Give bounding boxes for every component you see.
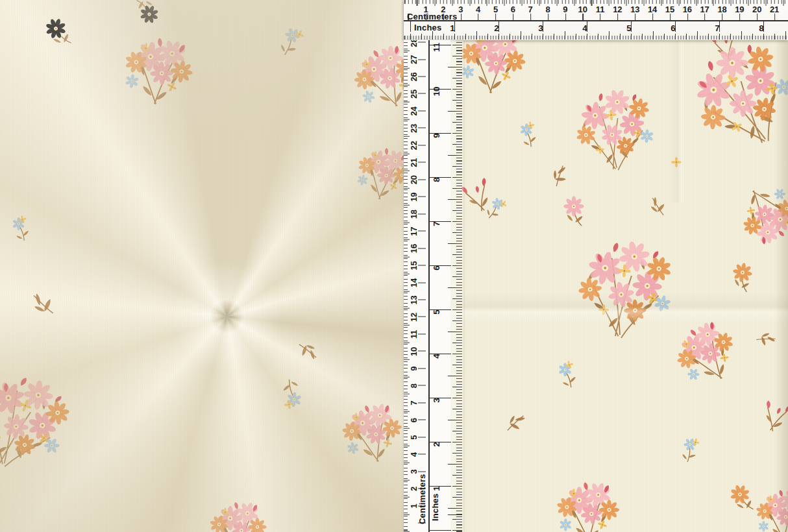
cm-number: 7: [409, 401, 419, 405]
cm-number: 18: [717, 5, 726, 14]
inch-number: 2: [432, 442, 441, 446]
flower-cluster: [570, 83, 658, 175]
cm-number: 4: [476, 5, 480, 14]
cm-number: 16: [409, 244, 419, 253]
flower-cluster: [208, 499, 266, 532]
leaf-sprig: [28, 288, 59, 320]
cm-number: 21: [770, 5, 779, 14]
inch-number: 4: [432, 354, 441, 358]
fabric-texture: [0, 0, 405, 532]
cm-number: 15: [409, 261, 419, 271]
cm-number: 13: [409, 295, 419, 304]
cm-number: 22: [409, 141, 419, 150]
cm-number: 5: [409, 435, 419, 440]
cm-number: 11: [596, 5, 604, 14]
cm-number: 24: [409, 106, 419, 115]
centimeter-ticks: [404, 14, 788, 20]
fabric-product-photo: 123456789101112131415161718192021 Centim…: [0, 0, 788, 532]
flower-cluster: [757, 397, 788, 435]
draped-fabric-photo: [0, 0, 405, 532]
flower-cluster: [730, 261, 754, 293]
flower-cluster: [754, 487, 788, 532]
leaf-sprig: [756, 331, 777, 348]
cm-number: 12: [613, 5, 622, 14]
cm-number: 7: [528, 5, 533, 14]
horizontal-ruler: 123456789101112131415161718192021 Centim…: [404, 0, 788, 40]
flower-cluster: [671, 157, 682, 167]
cm-number: 25: [409, 90, 419, 99]
cm-number: 5: [493, 5, 498, 14]
cm-number: 20: [752, 5, 761, 14]
cm-number: 16: [683, 5, 692, 14]
cm-number: 4: [409, 452, 419, 457]
centimeter-numbers: 1234567891011121314151617181920212223242…: [409, 40, 418, 532]
flower-cluster: [275, 23, 306, 58]
inch-number: 9: [432, 133, 441, 138]
cm-number: 18: [409, 210, 419, 219]
flower-cluster: [664, 311, 747, 394]
flower-cluster: [517, 121, 539, 149]
flower-cluster: [672, 25, 788, 166]
inch-number: 8: [432, 177, 441, 182]
cm-number: 12: [409, 313, 419, 322]
inch-number: 3: [432, 398, 441, 402]
cm-number: 3: [409, 470, 419, 474]
cm-number: 14: [409, 278, 419, 287]
flower-cluster: [573, 234, 676, 342]
sixteenth-inch-ticks: [456, 40, 462, 532]
cm-number: 8: [545, 5, 550, 14]
cm-number: 26: [409, 72, 419, 81]
inch-number: 11: [432, 43, 441, 52]
flower-cluster: [482, 193, 509, 222]
flower-cluster: [554, 479, 619, 532]
cm-number: 10: [409, 347, 419, 356]
inch-number: 1: [432, 486, 441, 490]
cm-number: 9: [409, 367, 419, 371]
leaf-sprig: [547, 163, 572, 189]
flower-cluster: [351, 139, 405, 204]
flower-cluster: [555, 359, 579, 390]
flower-cluster: [563, 196, 584, 226]
cm-number: 17: [700, 5, 709, 14]
flower-cluster: [9, 214, 32, 243]
inch-number: 5: [432, 309, 441, 314]
cm-number: 15: [665, 5, 674, 14]
cm-number: 19: [409, 193, 419, 202]
inch-number: 7: [432, 221, 441, 226]
flower-cluster: [117, 30, 197, 108]
flower-cluster: [0, 360, 81, 482]
flower-cluster: [460, 177, 494, 215]
leaf-sprig: [647, 195, 668, 219]
cm-number: 20: [409, 175, 419, 184]
cm-number: 3: [458, 5, 463, 14]
flower-cluster: [135, 0, 162, 26]
vertical-ruler: 1234567891011121314151617181920212223242…: [404, 40, 463, 532]
centimeters-label: Centimeters: [417, 474, 427, 524]
inch-numbers: 1234567891011: [432, 40, 441, 532]
inch-number: 6: [432, 265, 441, 270]
cm-number: 13: [630, 5, 639, 14]
flower-cluster: [42, 15, 73, 51]
leaf-sprig: [295, 338, 321, 365]
cm-number: 11: [409, 330, 419, 339]
flower-cluster: [679, 435, 700, 464]
sixteenth-inch-ticks: [404, 36, 788, 40]
flower-cluster: [730, 175, 788, 254]
cm-number: 6: [511, 5, 515, 14]
floral-pattern-draped: [0, 0, 405, 532]
inch-number: 10: [432, 87, 441, 97]
cm-number: 10: [578, 5, 587, 14]
flower-cluster: [280, 378, 304, 411]
leaf-sprig: [502, 411, 529, 435]
fabric-swirl-shading: [0, 0, 405, 532]
cm-number: 23: [409, 124, 419, 133]
flower-cluster: [344, 36, 405, 117]
cm-number: 28: [409, 40, 419, 47]
cm-number: 27: [409, 55, 419, 64]
flower-cluster: [728, 482, 756, 515]
centimeter-ticks: [418, 40, 426, 532]
cm-number: 19: [735, 5, 744, 14]
cm-number: 8: [409, 383, 419, 388]
centimeter-numbers: 123456789101112131415161718192021: [404, 5, 788, 14]
cm-number: 21: [409, 158, 419, 167]
